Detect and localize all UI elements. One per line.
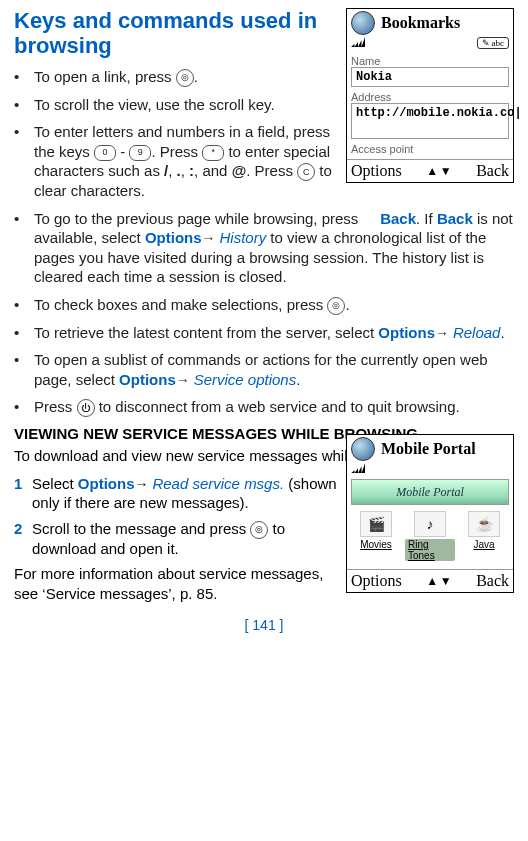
bullet-scroll: • To scroll the view, use the scroll key… — [14, 95, 344, 115]
scroll-key-icon: ◎ — [327, 297, 345, 315]
arrow-icon: → — [135, 476, 153, 492]
key-clear-icon: C — [297, 163, 315, 181]
portal-item-movies: 🎬 Movies — [351, 511, 401, 561]
scroll-key-icon: ◎ — [250, 521, 268, 539]
portal-grid: 🎬 Movies ♪ Ring Tones ☕ Java — [347, 509, 513, 565]
history-label: History — [219, 229, 266, 246]
phone-titlebar: Mobile Portal — [347, 435, 513, 463]
field-label-name: Name — [351, 55, 509, 67]
movies-icon: 🎬 — [360, 511, 392, 537]
globe-icon — [351, 437, 375, 461]
page: Bookmarks ✎abc Name Nokia Address http:/… — [0, 0, 528, 633]
bullet-back-history: • To go to the previous page while brows… — [14, 209, 514, 287]
options-label: Options — [378, 324, 435, 341]
portal-item-java: ☕ Java — [459, 511, 509, 561]
signal-icon — [351, 463, 365, 473]
arrow-icon: → — [435, 325, 453, 341]
softkey-left: Options — [351, 162, 402, 180]
bullet-enter-letters: • To enter letters and numbers in a fiel… — [14, 122, 344, 201]
phone-titlebar: Bookmarks — [347, 9, 513, 37]
softkey-mid-icon: ▲ ▼ — [426, 164, 451, 179]
portal-banner: Mobile Portal — [351, 479, 509, 505]
bullet-open-link: • To open a link, press ◎. — [14, 67, 344, 87]
phone-fields: Name Nokia Address http://mobile.nokia.c… — [347, 55, 513, 155]
field-value-address: http://mobile.nokia.co| — [351, 103, 509, 139]
phone-title: Mobile Portal — [381, 440, 476, 458]
phone-indicators: ✎abc — [347, 37, 513, 51]
bullet-disconnect: • Press ⏻ to disconnect from a web servi… — [14, 397, 514, 417]
phone-softkeys: Options ▲ ▼ Back — [347, 569, 513, 592]
field-value-name: Nokia — [351, 67, 509, 87]
bullet-reload: • To retrieve the latest content from th… — [14, 323, 514, 343]
phone-title: Bookmarks — [381, 14, 460, 32]
more-info: For more information about service messa… — [14, 564, 344, 603]
read-service-msgs-label: Read service msgs. — [152, 475, 284, 492]
key-0-icon: 0 — [94, 145, 116, 161]
softkey-mid-icon: ▲ ▼ — [426, 574, 451, 589]
page-number: [ 141 ] — [14, 617, 514, 633]
step-2: 2 Scroll to the message and press ◎ to d… — [14, 519, 344, 559]
back-label: Back — [380, 210, 416, 227]
options-label: Options — [145, 229, 202, 246]
globe-icon — [351, 11, 375, 35]
softkey-right: Back — [476, 162, 509, 180]
phone-bookmarks-screenshot: Bookmarks ✎abc Name Nokia Address http:/… — [346, 8, 514, 183]
options-label: Options — [119, 371, 176, 388]
field-label-address: Address — [351, 91, 509, 103]
bullet-service-options: • To open a sublist of commands or actio… — [14, 350, 514, 389]
service-options-label: Service options — [194, 371, 297, 388]
softkey-left: Options — [351, 572, 402, 590]
phone-softkeys: Options ▲ ▼ Back — [347, 159, 513, 182]
phone-indicators — [347, 463, 513, 475]
end-key-icon: ⏻ — [77, 399, 95, 417]
arrow-icon: → — [202, 230, 220, 246]
bullet-checkboxes: • To check boxes and make selections, pr… — [14, 295, 514, 315]
section-heading: Keys and commands used in browsing — [14, 8, 344, 59]
scroll-key-icon: ◎ — [176, 69, 194, 87]
key-9-icon: 9 — [129, 145, 151, 161]
input-mode-indicator: ✎abc — [477, 37, 510, 49]
key-star-icon: * — [202, 145, 224, 161]
step-1: 1 Select Options→ Read service msgs. (sh… — [14, 474, 344, 513]
ringtones-icon: ♪ — [414, 511, 446, 537]
portal-item-ringtones: ♪ Ring Tones — [405, 511, 455, 561]
options-label: Options — [78, 475, 135, 492]
field-label-accesspoint: Access point — [351, 143, 509, 155]
reload-label: Reload — [453, 324, 501, 341]
arrow-icon: → — [176, 372, 194, 388]
phone-portal-screenshot: Mobile Portal Mobile Portal 🎬 Movies ♪ R… — [346, 434, 514, 593]
signal-icon — [351, 37, 365, 47]
softkey-right: Back — [476, 572, 509, 590]
java-icon: ☕ — [468, 511, 500, 537]
